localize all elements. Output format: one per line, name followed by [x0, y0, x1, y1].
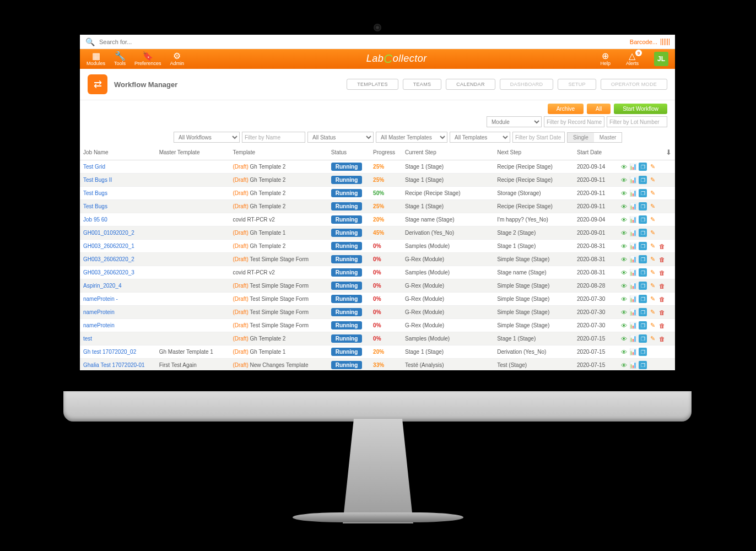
edit-icon[interactable]: ✎ [649, 295, 656, 303]
job-link[interactable]: Test Bugs II [83, 177, 112, 183]
search-input[interactable] [99, 39, 630, 45]
archive-button[interactable]: Archive [548, 104, 584, 114]
filter-record-name-input[interactable] [544, 116, 604, 127]
nav-help[interactable]: ⊕Help [600, 52, 611, 66]
job-link[interactable]: Test Grid [83, 164, 105, 170]
nav-modules[interactable]: ▦Modules [87, 52, 105, 66]
copy-icon[interactable]: ❐ [639, 348, 647, 356]
copy-icon[interactable]: ❐ [639, 295, 647, 303]
copy-icon[interactable]: ❐ [639, 229, 647, 237]
chart-icon[interactable]: 📊 [629, 190, 637, 197]
edit-icon[interactable]: ✎ [649, 322, 656, 329]
view-icon[interactable]: 👁 [620, 190, 628, 197]
chart-icon[interactable]: 📊 [629, 295, 637, 303]
job-link[interactable]: GH001_01092020_2 [83, 230, 134, 236]
chart-icon[interactable]: 📊 [629, 335, 637, 343]
delete-icon[interactable]: 🗑 [658, 322, 666, 329]
copy-icon[interactable]: ❐ [639, 202, 647, 210]
delete-icon[interactable]: 🗑 [658, 282, 666, 290]
view-icon[interactable]: 👁 [620, 282, 628, 290]
view-icon[interactable]: 👁 [620, 229, 628, 237]
view-icon[interactable]: 👁 [620, 348, 628, 356]
copy-icon[interactable]: ❐ [639, 189, 647, 197]
job-link[interactable]: test [83, 336, 92, 342]
copy-icon[interactable]: ❐ [639, 176, 647, 184]
toggle-master[interactable]: Master [594, 133, 622, 142]
copy-icon[interactable]: ❐ [639, 215, 647, 224]
edit-icon[interactable]: ✎ [649, 242, 656, 250]
job-link[interactable]: GH003_26062020_3 [83, 269, 134, 276]
col-start-date[interactable]: Start Date [574, 145, 617, 160]
col-job[interactable]: Job Name [80, 145, 156, 160]
edit-icon[interactable]: ✎ [649, 190, 656, 197]
edit-icon[interactable]: ✎ [649, 256, 656, 263]
delete-icon[interactable]: 🗑 [658, 269, 666, 277]
tab-templates[interactable]: TEMPLATES [347, 79, 398, 90]
chart-icon[interactable]: 📊 [629, 309, 637, 316]
edit-icon[interactable]: ✎ [649, 282, 656, 290]
delete-icon[interactable]: 🗑 [658, 309, 666, 316]
chart-icon[interactable]: 📊 [629, 348, 637, 356]
chart-icon[interactable]: 📊 [629, 361, 637, 369]
job-link[interactable]: GH003_26062020_2 [83, 256, 134, 262]
filter-lot-number-input[interactable] [607, 116, 667, 127]
delete-icon[interactable]: 🗑 [658, 295, 666, 303]
nav-admin[interactable]: ⚙Admin [170, 52, 185, 66]
copy-icon[interactable]: ❐ [639, 282, 647, 290]
view-icon[interactable]: 👁 [620, 309, 628, 316]
start-workflow-button[interactable]: Start Workflow [614, 104, 667, 114]
col-status[interactable]: Status [328, 145, 370, 160]
chart-icon[interactable]: 📊 [629, 216, 637, 224]
edit-icon[interactable]: ✎ [649, 309, 656, 316]
copy-icon[interactable]: ❐ [639, 361, 647, 369]
filter-start-date-input[interactable] [512, 132, 565, 143]
col-progress[interactable]: Progress [370, 145, 402, 160]
view-icon[interactable]: 👁 [620, 256, 628, 263]
copy-icon[interactable]: ❐ [639, 163, 647, 171]
user-avatar[interactable]: JL [654, 52, 668, 66]
job-link[interactable]: Aspirin_2020_4 [83, 283, 122, 289]
view-icon[interactable]: 👁 [620, 163, 628, 171]
view-icon[interactable]: 👁 [620, 242, 628, 250]
col-current-step[interactable]: Current Step [402, 145, 494, 160]
tab-operator-mode[interactable]: OPERATOR MODE [601, 79, 667, 90]
nav-alerts[interactable]: △9Alerts [626, 52, 639, 66]
templates-select[interactable]: All Templates [450, 132, 510, 143]
master-templates-select[interactable]: All Master Templates [376, 132, 447, 143]
job-link[interactable]: Test Bugs [83, 190, 107, 196]
chart-icon[interactable]: 📊 [629, 229, 637, 237]
nav-tools[interactable]: 🔧Tools [114, 52, 126, 66]
delete-icon[interactable]: 🗑 [658, 256, 666, 263]
job-link[interactable]: Gh test 17072020_02 [83, 349, 136, 355]
filter-name-input[interactable] [242, 132, 305, 143]
module-select[interactable]: Module [487, 116, 542, 127]
edit-icon[interactable]: ✎ [649, 335, 656, 343]
job-link[interactable]: nameProtein [83, 322, 115, 328]
tab-dashboard[interactable]: DASHBOARD [500, 79, 554, 90]
tab-teams[interactable]: TEAMS [403, 79, 442, 90]
copy-icon[interactable]: ❐ [639, 242, 647, 250]
toggle-single[interactable]: Single [568, 133, 594, 142]
copy-icon[interactable]: ❐ [639, 308, 647, 316]
job-link[interactable]: Test Bugs [83, 203, 107, 209]
job-link[interactable]: GH003_26062020_1 [83, 243, 134, 249]
download-icon[interactable]: ⬇ [666, 148, 672, 156]
view-icon[interactable]: 👁 [620, 295, 628, 303]
all-button[interactable]: All [587, 104, 611, 114]
chart-icon[interactable]: 📊 [629, 203, 637, 210]
copy-icon[interactable]: ❐ [639, 255, 647, 263]
edit-icon[interactable]: ✎ [649, 203, 656, 210]
view-icon[interactable]: 👁 [620, 361, 628, 369]
job-link[interactable]: Job 95 60 [83, 217, 107, 223]
view-icon[interactable]: 👁 [620, 203, 628, 210]
edit-icon[interactable]: ✎ [649, 216, 656, 224]
job-link[interactable]: Ghalia Test 17072020-01 [83, 362, 145, 368]
edit-icon[interactable]: ✎ [649, 229, 656, 237]
copy-icon[interactable]: ❐ [639, 334, 647, 343]
tab-setup[interactable]: SETUP [558, 79, 596, 90]
workflows-select[interactable]: All Workflows [174, 132, 240, 143]
status-select[interactable]: All Status [307, 132, 374, 143]
col-master-template[interactable]: Master Template [156, 145, 230, 160]
view-icon[interactable]: 👁 [620, 322, 628, 329]
chart-icon[interactable]: 📊 [629, 163, 637, 171]
